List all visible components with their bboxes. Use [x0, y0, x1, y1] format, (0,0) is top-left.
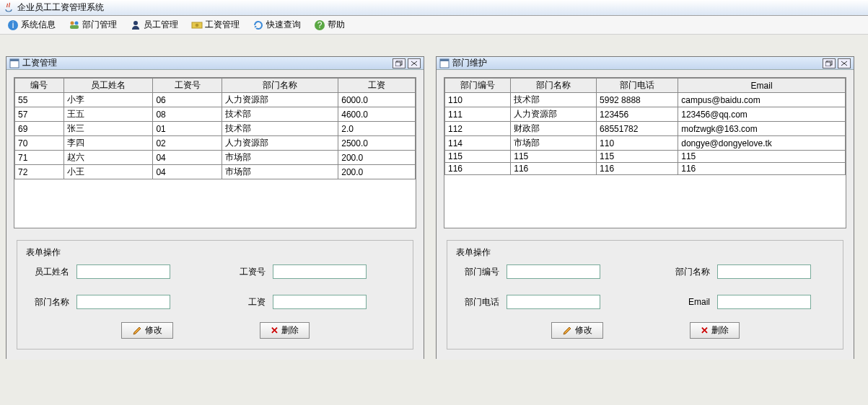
table-row[interactable]: 110技术部5992 8888campus@baidu.com — [445, 93, 846, 107]
input-dept-phone[interactable] — [507, 295, 600, 309]
svg-rect-19 — [825, 62, 830, 66]
menu-help[interactable]: ? 帮助 — [311, 17, 348, 32]
btn-label: 修改 — [575, 324, 592, 337]
restore-button[interactable] — [823, 58, 836, 68]
table-row[interactable]: 111人力资源部123456123456@qq.com — [445, 107, 846, 122]
table-row[interactable]: 72小王04市场部200.0 — [15, 165, 416, 179]
table-row[interactable]: 55小李06人力资源部6000.0 — [15, 93, 416, 107]
cell: 114 — [445, 136, 511, 151]
cell: 116 — [678, 163, 846, 175]
btn-label: 删除 — [711, 324, 729, 337]
cell: 200.0 — [338, 165, 416, 179]
salary-table: 编号员工姓名工资号部门名称工资 55小李06人力资源部6000.057王五08技… — [14, 78, 416, 179]
col-header[interactable]: 部门电话 — [597, 79, 678, 93]
money-icon — [191, 19, 203, 31]
input-dept-name[interactable] — [76, 295, 170, 309]
x-icon: ✕ — [271, 325, 279, 336]
salary-form: 表单操作 员工姓名 工资号 部门名称 工资 — [17, 240, 413, 350]
label-emp-name: 员工姓名 — [26, 266, 69, 278]
col-header[interactable]: 工资号 — [153, 79, 222, 93]
cell: 110 — [445, 93, 511, 107]
input-dept-id[interactable] — [507, 264, 600, 279]
btn-label: 删除 — [281, 324, 299, 337]
table-row[interactable]: 115115115115 — [445, 151, 846, 163]
cell: 人力资源部 — [511, 107, 597, 122]
cell: 110 — [597, 136, 678, 151]
window-salary: 工资管理 编号员工姓名工资号部门名称工资 55小李06人力资源部6000.057… — [6, 56, 424, 359]
cell: 04 — [153, 151, 222, 165]
restore-button[interactable] — [393, 58, 405, 68]
cell: 04 — [153, 165, 222, 179]
col-header[interactable]: 部门名称 — [511, 79, 597, 93]
cell: 116 — [597, 163, 678, 175]
menu-dept[interactable]: 部门管理 — [66, 17, 120, 32]
cell: campus@baidu.com — [678, 93, 846, 107]
svg-point-2 — [71, 21, 74, 25]
close-button[interactable] — [838, 58, 851, 68]
menu-emp[interactable]: 员工管理 — [127, 17, 181, 32]
dept-table-wrap[interactable]: 部门编号部门名称部门电话Email 110技术部5992 8888campus@… — [444, 77, 846, 228]
window-dept-titlebar[interactable]: 部门维护 — [437, 57, 854, 70]
menu-salary[interactable]: 工资管理 — [188, 17, 242, 32]
cell: mofzwgk@163.com — [678, 122, 846, 136]
svg-text:i: i — [12, 20, 14, 30]
close-button[interactable] — [408, 58, 421, 68]
input-dept-email[interactable] — [717, 295, 811, 309]
edit-button[interactable]: 修改 — [121, 322, 173, 339]
cell: 2.0 — [338, 122, 416, 136]
input-dept-name[interactable] — [717, 264, 811, 279]
col-header[interactable]: 部门名称 — [222, 79, 338, 93]
menu-label: 帮助 — [328, 19, 345, 31]
salary-table-wrap[interactable]: 编号员工姓名工资号部门名称工资 55小李06人力资源部6000.057王五08技… — [14, 77, 416, 228]
col-header[interactable]: 工资 — [338, 79, 416, 93]
pencil-icon — [132, 326, 142, 336]
menu-label: 部门管理 — [82, 19, 117, 31]
table-row[interactable]: 71赵六04市场部200.0 — [15, 151, 416, 165]
cell: 68551782 — [597, 122, 678, 136]
table-row[interactable]: 70李四02人力资源部2500.0 — [15, 136, 416, 151]
dept-table: 部门编号部门名称部门电话Email 110技术部5992 8888campus@… — [444, 78, 846, 175]
label-salary-id: 工资号 — [222, 266, 266, 278]
col-header[interactable]: 部门编号 — [445, 79, 511, 93]
table-row[interactable]: 57王五08技术部4600.0 — [15, 107, 416, 122]
window-salary-titlebar[interactable]: 工资管理 — [6, 57, 424, 70]
app-title: 企业员工工资管理系统 — [17, 1, 104, 14]
delete-button[interactable]: ✕ 删除 — [690, 322, 740, 339]
cell: 70 — [15, 136, 64, 151]
cell: 技术部 — [222, 122, 338, 136]
table-row[interactable]: 116116116116 — [445, 163, 846, 175]
col-header[interactable]: 员工姓名 — [63, 79, 153, 93]
col-header[interactable]: 编号 — [15, 79, 64, 93]
menubar: i 系统信息 部门管理 员工管理 工资管理 快速查询 ? 帮助 — [0, 16, 868, 35]
mdi-workspace: 工资管理 编号员工姓名工资号部门名称工资 55小李06人力资源部6000.057… — [0, 35, 868, 405]
cell: 116 — [445, 163, 511, 175]
cell: 06 — [153, 93, 222, 107]
col-header[interactable]: Email — [678, 79, 846, 93]
cell: 5992 8888 — [597, 93, 678, 107]
app-titlebar: 企业员工工资管理系统 — [0, 0, 868, 16]
dept-form: 表单操作 部门编号 部门名称 部门电话 Email — [447, 240, 843, 350]
svg-text:?: ? — [317, 20, 323, 30]
cell: 市场部 — [222, 151, 338, 165]
table-row[interactable]: 112财政部68551782mofzwgk@163.com — [445, 122, 846, 136]
svg-rect-11 — [10, 59, 19, 61]
menu-query[interactable]: 快速查询 — [250, 17, 304, 32]
person-icon — [130, 19, 141, 31]
cell: 72 — [15, 165, 64, 179]
table-row[interactable]: 69张三01技术部2.0 — [15, 122, 416, 136]
svg-rect-17 — [440, 59, 449, 61]
svg-rect-4 — [70, 25, 79, 29]
frame-icon — [9, 58, 19, 68]
field-salary-id: 工资号 — [222, 264, 404, 279]
edit-button[interactable]: 修改 — [551, 322, 603, 339]
cell: 财政部 — [511, 122, 597, 136]
input-salary[interactable] — [273, 295, 367, 309]
input-salary-id[interactable] — [273, 264, 367, 279]
cell: 张三 — [63, 122, 153, 136]
table-row[interactable]: 114市场部110dongye@dongyelove.tk — [445, 136, 846, 151]
delete-button[interactable]: ✕ 删除 — [260, 322, 310, 339]
menu-sysinfo[interactable]: i 系统信息 — [4, 17, 58, 32]
window-title: 部门维护 — [452, 57, 487, 69]
cell: 02 — [153, 136, 222, 151]
input-emp-name[interactable] — [76, 264, 170, 279]
